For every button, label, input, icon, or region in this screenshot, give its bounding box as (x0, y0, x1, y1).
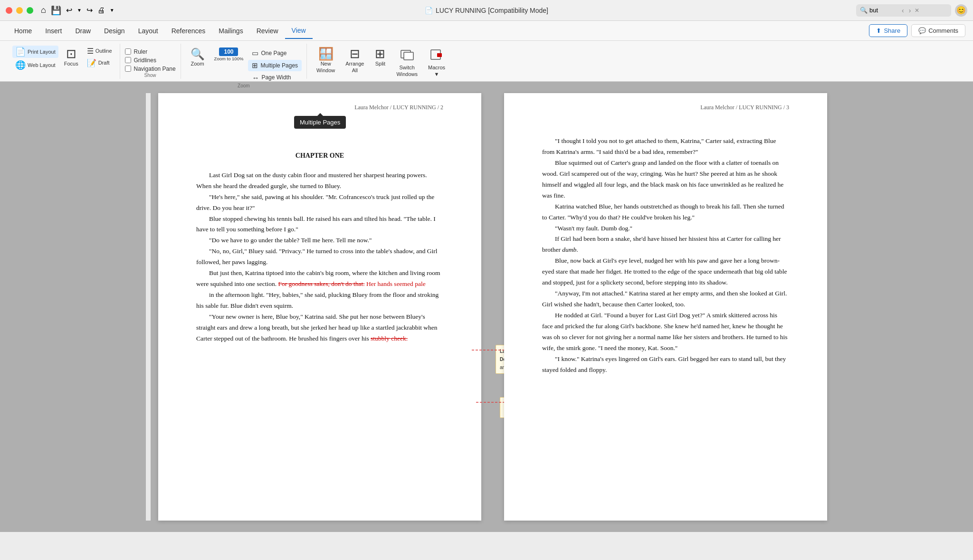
outline-button[interactable]: ☰ Outline (84, 46, 115, 57)
page3-header: Laura Melchor / LUCY RUNNING / 3 (700, 103, 789, 112)
customize-icon[interactable]: ▼ (110, 8, 114, 13)
split-button[interactable]: ⊞ Split (370, 46, 391, 68)
multiple-pages-button[interactable]: ⊞ Multiple Pages (248, 60, 302, 71)
share-icon: ⬆ (876, 27, 881, 34)
tab-references[interactable]: References (165, 23, 212, 38)
show-group-items: Ruler Gridlines Navigation Pane (125, 44, 176, 73)
comments-button[interactable]: 💬 Comments (911, 24, 965, 37)
page-width-icon: ↔ (252, 74, 259, 82)
tracked-deletion-2: stubbly cheek. (371, 335, 408, 342)
left-margin-strip (146, 93, 151, 521)
page3-para-6: Blue, now back at Girl's eye level, nudg… (542, 256, 789, 288)
redo-icon[interactable]: ↪ (86, 6, 93, 15)
search-prev-button[interactable]: ‹ (900, 6, 906, 15)
page2-para-1: Last Girl Dog sat on the dusty cabin flo… (196, 170, 443, 192)
ribbon-toolbar: 📄 Print Layout 🌐 Web Layout ⊡ Focus ☰ Ou… (0, 41, 973, 82)
show-group: Ruler Gridlines Navigation Pane Show (120, 44, 181, 79)
window-group-items: 🪟 New Window ⊟ Arrange All ⊞ Split (312, 44, 450, 79)
page2-content: CHAPTER ONE Last Girl Dog sat on the dus… (196, 150, 443, 344)
multiple-pages-icon: ⊞ (252, 61, 258, 70)
web-layout-button[interactable]: 🌐 Web Layout (12, 59, 58, 71)
title-bar-right: 🔍 but ‹ › ✕ 😊 (856, 4, 967, 17)
zoom-to100-button[interactable]: 100 Zoom to 100% (211, 46, 247, 63)
page3-content: "I thought I told you not to get attache… (542, 136, 789, 376)
home-icon[interactable]: ⌂ (41, 5, 46, 15)
tracked-deletion-1: For goodness sakes, don't do that. (278, 280, 364, 287)
page2-para-7: in the afternoon light. "Hey, babies," s… (196, 290, 443, 312)
print-icon[interactable]: 🖨 (97, 6, 105, 15)
page3-para-7: "Anyway, I'm not attached." Katrina star… (542, 288, 789, 310)
navigation-pane-checkbox[interactable] (125, 66, 131, 72)
views-group: 📄 Print Layout 🌐 Web Layout ⊡ Focus ☰ Ou… (8, 44, 120, 79)
page3-para-5: If Girl had been born a snake, she'd hav… (542, 234, 789, 256)
document-page-3[interactable]: Laura Melchor / LUCY RUNNING / 3 "I thou… (504, 93, 827, 521)
tab-mailings[interactable]: Mailings (212, 23, 249, 38)
page2-para-2: "He's here," she said, pawing at his sho… (196, 192, 443, 214)
macros-icon (429, 47, 444, 64)
arrange-icon: ⊟ (350, 47, 360, 60)
zoom-icon: 🔍 (191, 47, 205, 61)
search-next-button[interactable]: › (907, 6, 913, 15)
minimize-button[interactable] (16, 7, 23, 14)
gridlines-checkbox-label[interactable]: Gridlines (125, 57, 176, 64)
arrange-all-button[interactable]: ⊟ Arrange All (341, 46, 369, 75)
print-layout-button[interactable]: 📄 Print Layout (12, 46, 58, 58)
tab-home[interactable]: Home (8, 23, 38, 38)
page2-para-4: "Do we have to go under the table? Tell … (196, 235, 443, 246)
one-page-button[interactable]: ▭ One Page (248, 47, 302, 59)
page3-para-4: "Wasn't my fault. Dumb dog." (542, 223, 789, 234)
svg-rect-3 (437, 53, 442, 57)
page3-para-2: Blue squirmed out of Carter's grasp and … (542, 158, 789, 201)
print-layout-icon: 📄 (15, 47, 26, 57)
tab-insert[interactable]: Insert (38, 23, 68, 38)
navigation-pane-checkbox-label[interactable]: Navigation Pane (125, 66, 176, 72)
zoom-group-items: 🔍 Zoom 100 Zoom to 100% ▭ One Page ⊞ Mul… (186, 44, 302, 83)
close-button[interactable] (6, 7, 12, 14)
show-group-label: Show (144, 73, 156, 79)
macros-button[interactable]: Macros ▼ (423, 46, 450, 79)
zoom-button[interactable]: 🔍 Zoom (186, 46, 210, 68)
outline-icon: ☰ (87, 47, 94, 56)
profile-button[interactable]: 😊 (955, 4, 967, 17)
draft-button[interactable]: 📝 Draft (84, 57, 115, 68)
gridlines-checkbox[interactable] (125, 57, 131, 63)
tab-review[interactable]: Review (250, 23, 285, 38)
title-bar: ⌂ 💾 ↩ ▼ ↪ 🖨 ▼ 📄 LUCY RUNNING [Compatibil… (0, 0, 973, 21)
new-window-button[interactable]: 🪟 New Window (312, 46, 340, 75)
new-window-icon: 🪟 (318, 47, 334, 60)
page2-para-6: But just then, Katrina tiptoed into the … (196, 268, 443, 290)
undo-dropdown-icon[interactable]: ▼ (77, 8, 82, 13)
one-page-icon: ▭ (252, 49, 258, 57)
undo-icon[interactable]: ↩ (66, 6, 72, 15)
focus-button[interactable]: ⊡ Focus (59, 46, 83, 68)
switch-windows-button[interactable]: Switch Windows (391, 46, 422, 79)
share-button[interactable]: ⬆ Share (869, 24, 907, 37)
page-width-button[interactable]: ↔ Page Width (248, 72, 302, 83)
window-group: 🪟 New Window ⊟ Arrange All ⊞ Split (307, 44, 455, 79)
search-input[interactable]: but (869, 7, 898, 14)
search-icon: 🔍 (860, 7, 868, 14)
page2-header: Laura Melchor / LUCY RUNNING / 2 (354, 103, 443, 112)
zoom-group: 🔍 Zoom 100 Zoom to 100% ▭ One Page ⊞ Mul… (181, 44, 307, 79)
tab-design[interactable]: Design (97, 23, 132, 38)
views-group-items: 📄 Print Layout 🌐 Web Layout ⊡ Focus ☰ Ou… (12, 44, 115, 78)
ruler-checkbox-label[interactable]: Ruler (125, 48, 176, 55)
page2-para-3: Blue stopped chewing his tennis ball. He… (196, 214, 443, 236)
ribbon-tab-actions: ⬆ Share 💬 Comments (869, 24, 965, 37)
chapter-title: CHAPTER ONE (196, 150, 443, 161)
web-layout-icon: 🌐 (15, 60, 26, 70)
search-box[interactable]: 🔍 but ‹ › ✕ (856, 4, 951, 17)
save-icon[interactable]: 💾 (51, 5, 61, 16)
page3-para-1: "I thought I told you not to get attache… (542, 136, 789, 158)
ruler-checkbox[interactable] (125, 48, 131, 55)
split-icon: ⊞ (375, 47, 385, 60)
search-clear-button[interactable]: ✕ (915, 7, 919, 14)
tab-layout[interactable]: Layout (132, 23, 165, 38)
tab-draw[interactable]: Draw (68, 23, 97, 38)
zoom-group-label: Zoom (238, 83, 250, 89)
window-title: 📄 LUCY RUNNING [Compatibility Mode] (425, 7, 548, 14)
show-checkboxes: Ruler Gridlines Navigation Pane (125, 46, 176, 72)
document-page-2[interactable]: Laura Melchor / LUCY RUNNING / 2 CHAPTER… (158, 93, 481, 521)
tab-view[interactable]: View (285, 23, 313, 39)
maximize-button[interactable] (27, 7, 33, 14)
